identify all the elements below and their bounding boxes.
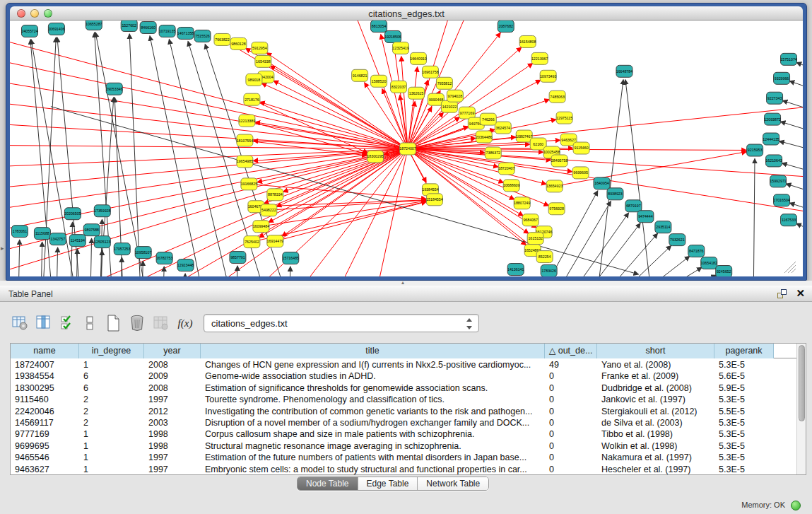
graph-node[interactable]: 1588520 [371,75,387,87]
graph-node[interactable]: 9756928 [548,203,565,215]
graph-node[interactable]: 9699695 [572,167,589,179]
delete-column-icon[interactable] [127,313,147,334]
column-header-short[interactable]: short [597,344,714,358]
graph-node[interactable]: 1115688 [34,228,50,240]
graph-node[interactable]: 9474444 [637,211,654,223]
graph-node[interactable]: 29053346 [106,83,123,95]
graph-node[interactable]: 18300295 [367,151,384,163]
graph-node[interactable]: 1527602 [121,21,137,31]
graph-node[interactable]: 1362615 [408,87,424,99]
graph-node[interactable]: 5498222 [261,204,277,216]
table-row[interactable]: 946554611997Estimation of the future num… [11,452,796,463]
graph-node[interactable]: 7386372 [485,147,501,159]
graph-node[interactable]: 9215953 [747,144,763,156]
graph-node[interactable]: 9897588 [83,224,100,236]
column-header-year[interactable]: year [144,344,201,358]
graph-node[interactable]: 9794028 [447,90,463,102]
graph-node[interactable]: 10973493 [540,70,557,82]
network-canvas[interactable]: 1872400724055724206914061065528715276028… [10,21,803,276]
graph-node[interactable]: 746266 [480,113,496,125]
graph-node[interactable]: 16648784 [616,65,633,77]
table-row[interactable]: 1938455462009Genome-wide association stu… [11,370,796,382]
graph-node[interactable]: 18720407 [498,163,515,175]
scrollbar-thumb[interactable] [799,345,805,421]
new-column-icon[interactable] [103,313,123,334]
graph-node[interactable]: 9329966 [774,72,790,84]
graph-node[interactable]: 10654182 [701,257,718,269]
graph-node[interactable]: 1615132 [527,233,543,245]
graph-node[interactable]: 12213967 [531,52,548,64]
graph-node[interactable]: 16099484 [253,221,270,233]
table-row[interactable]: 911546021997Tourette syndrome. Phenomeno… [11,394,796,405]
graph-node[interactable]: 17016504 [773,194,790,206]
graph-node[interactable]: 1640954 [594,177,610,189]
graph-node[interactable]: 14671358 [177,27,194,39]
splitter-handle-icon[interactable]: ▴ [401,279,404,286]
graph-node[interactable]: 6879197 [625,200,642,212]
graph-node[interactable]: 852254 [536,251,553,263]
graph-node[interactable]: 16210643 [765,155,782,167]
graph-node[interactable]: 19218506 [384,30,401,42]
citation-network-graph[interactable]: 1872400724055724206914061065528715276028… [10,21,803,276]
graph-node[interactable]: 8322037 [391,81,407,93]
column-header-pagerank[interactable]: pagerank [714,344,774,358]
graph-node[interactable]: 1783426 [541,265,557,276]
graph-node[interactable]: 10958107 [135,247,152,259]
graph-node[interactable]: 1654338 [255,55,271,67]
graph-node[interactable]: 12444135 [763,133,779,145]
graph-node[interactable]: 16961758 [422,66,439,78]
graph-node[interactable]: 5912954 [252,42,268,54]
table-options-icon[interactable] [10,313,30,334]
graph-node[interactable]: 10688609 [503,180,520,192]
graph-node[interactable]: 12923448 [177,259,194,271]
column-header-out_de[interactable]: △ out_de... [545,344,597,358]
graph-node[interactable]: 19654985 [237,156,254,168]
table-row[interactable]: 969969511998Structural magnetic resonanc… [11,440,796,452]
graph-node[interactable]: 20364486 [476,131,493,143]
graph-node[interactable]: 8813054 [371,21,387,32]
table-row[interactable]: 1830029562008Estimation of significance … [11,382,796,394]
graph-node[interactable]: 7485063 [549,90,565,103]
graph-node[interactable]: 12213389 [239,115,256,127]
table-vertical-scrollbar[interactable] [796,344,806,474]
graph-node[interactable]: 24055724 [21,25,38,37]
graph-node[interactable]: 7932621 [669,234,686,246]
graph-node[interactable]: 18807249 [514,197,531,209]
stacked-squares-icon[interactable] [81,313,100,334]
graph-node[interactable]: 20206505 [64,208,81,220]
graph-node[interactable]: 16914479 [267,235,284,247]
graph-node[interactable]: 9245652 [716,266,732,276]
graph-node[interactable]: 9860128 [230,37,247,49]
graph-node[interactable]: 1145194 [69,235,86,247]
graph-node[interactable]: 1167533 [781,214,797,226]
graph-node[interactable]: 18107554 [237,134,254,146]
table-row[interactable]: 1456911722003Disruption of a novel membe… [11,417,796,428]
resize-grip-icon[interactable] [792,269,796,273]
graph-node[interactable]: 16640910 [410,52,427,64]
graph-node[interactable]: 16154808 [519,35,536,47]
graph-node[interactable]: 17359928 [94,205,111,217]
graph-node[interactable]: 12975115 [556,112,572,124]
graph-node[interactable]: 9115460 [573,142,589,154]
graph-node[interactable]: 18724007 [399,143,416,155]
graph-node[interactable]: 9857791 [230,252,246,264]
function-builder-icon[interactable]: f(x) [175,313,195,334]
float-panel-icon[interactable] [777,289,787,298]
graph-node[interactable]: 14136141 [507,264,524,276]
panel-collapse-arrow-icon[interactable]: ▸ [1,245,4,252]
tab-node-table[interactable]: Node Table [298,477,358,490]
graph-node[interactable]: 9146821 [352,69,368,81]
graph-node[interactable]: 7515526 [194,30,211,42]
graph-node[interactable]: 7955812 [436,77,452,89]
table-row[interactable]: 946362711997Embryonic stem cells: a mode… [11,464,796,474]
select-rows-icon[interactable] [58,313,78,334]
graph-node[interactable]: 12325419 [392,42,409,54]
graph-node[interactable]: 9684067 [522,214,539,226]
graph-node[interactable]: 2935114 [655,221,671,233]
graph-node[interactable]: 13654923 [546,180,563,192]
graph-node[interactable]: 9777169 [459,107,475,119]
window-titlebar[interactable]: citations_edges.txt [10,6,803,21]
graph-node[interactable]: 19166825 [241,178,258,190]
graph-node[interactable]: 989018 [246,74,262,86]
table-select-dropdown[interactable]: citations_edges.txt [204,314,479,332]
